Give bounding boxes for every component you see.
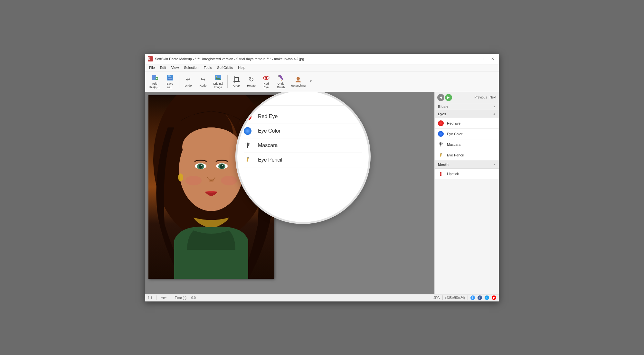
svg-marker-43 [246, 161, 247, 163]
sidebar-item-red-eye[interactable]: Red Eye [435, 118, 499, 129]
mouth-section-header[interactable]: Mouth ▲ [435, 161, 499, 169]
svg-point-18 [297, 77, 300, 80]
svg-rect-56 [440, 173, 441, 175]
svg-point-29 [222, 165, 223, 166]
statusbar-right: JPG (435x650x24) i f t ▶ [433, 295, 496, 300]
save-as-icon [166, 74, 174, 81]
eye-color-magnify-label: Eye Color [258, 128, 280, 134]
svg-rect-45 [440, 142, 441, 145]
main-window: S SoftSkin Photo Makeup - ****Unregister… [145, 54, 499, 302]
eye-pencil-magnify-label: Eye Pencil [258, 157, 282, 163]
svg-point-21 [182, 127, 240, 166]
file-format: JPG [433, 296, 440, 300]
red-eye-button[interactable]: RedEye [259, 72, 273, 91]
rotate-button[interactable]: ↻ Rotate [244, 74, 259, 89]
menu-selection[interactable]: Selection [181, 65, 201, 70]
magnify-collapse-icon: ▲ [355, 95, 358, 99]
magnify-item-red-eye[interactable]: Red Eye [244, 109, 362, 124]
menu-view[interactable]: View [169, 65, 182, 70]
mascara-magnify-label: Mascara [258, 143, 278, 148]
undo-brush-button[interactable]: UndoBrush [274, 72, 288, 91]
maximize-button[interactable]: □ [481, 55, 488, 62]
undo-button[interactable]: ↩ Undo [181, 74, 195, 89]
mascara-sidebar-icon [438, 142, 444, 147]
prev-button[interactable]: ◀ [437, 94, 444, 101]
sidebar-item-eye-color[interactable]: Eye Color [435, 129, 499, 139]
red-eye-icon [262, 74, 270, 81]
youtube-icon[interactable]: ▶ [492, 295, 496, 300]
magnify-close-button[interactable]: ✕ [343, 95, 349, 101]
svg-rect-1 [152, 75, 156, 79]
original-image-icon [214, 74, 222, 81]
info-icon[interactable]: i [470, 295, 475, 300]
eyes-collapse-icon: ▲ [493, 112, 496, 115]
svg-rect-60 [163, 297, 165, 299]
add-files-label: AddFile(s)... [149, 82, 160, 89]
add-files-icon [151, 74, 158, 81]
svg-point-27 [220, 164, 224, 169]
magnify-item-eye-pencil[interactable]: Eye Pencil [244, 153, 362, 167]
time-value: 0.0 [191, 296, 196, 300]
red-eye-magnify-label: Red Eye [258, 114, 278, 119]
window-title: SoftSkin Photo Makeup - ****Unregistered… [155, 57, 474, 61]
eye-color-magnify-icon [244, 127, 251, 135]
crop-icon [233, 76, 241, 83]
save-as-button[interactable]: Saveas... [163, 72, 177, 91]
retouching-button[interactable]: Retouching [289, 74, 308, 89]
svg-line-50 [442, 143, 442, 143]
zoom-level: 1:1 [148, 296, 152, 300]
status-sep-3 [442, 295, 443, 300]
sidebar-item-eye-pencil[interactable]: Eye Pencil [435, 150, 499, 161]
lipstick-sidebar-label: Lipstick [447, 172, 459, 176]
time-label: Time (s): [175, 296, 187, 300]
add-files-button[interactable]: AddFile(s)... [147, 72, 162, 91]
svg-rect-46 [440, 145, 441, 146]
sidebar-item-lipstick[interactable]: Lipstick [435, 169, 499, 179]
svg-rect-7 [170, 75, 171, 76]
sidebar: ◀ ▶ Previous Next Blush ▲ Eyes ▲ [434, 92, 499, 294]
menu-help[interactable]: Help [235, 65, 248, 70]
close-button[interactable]: ✕ [489, 55, 496, 62]
svg-rect-57 [440, 172, 441, 173]
menu-softorbits[interactable]: SoftOrbits [214, 65, 235, 70]
redo-button[interactable]: ↪ Redo [196, 74, 210, 89]
statusbar: 1:1 Time (s): 0.0 JPG (435x650x24) i f t… [145, 294, 499, 301]
status-sep-2 [171, 295, 171, 300]
prev-label: Previous [475, 96, 487, 99]
twitter-icon[interactable]: t [485, 295, 489, 300]
image-area: ✕ ▲ Eyes Red Eye Eye Color [145, 92, 434, 294]
magnify-content: Eyes Red Eye Eye Color [237, 92, 369, 222]
original-image-button[interactable]: OriginalImage [211, 72, 225, 91]
eyes-label: Eyes [438, 112, 446, 116]
eyes-section-header[interactable]: Eyes ▲ [435, 110, 499, 118]
facebook-icon[interactable]: f [478, 295, 482, 300]
mascara-sidebar-label: Mascara [447, 143, 460, 146]
menu-edit[interactable]: Edit [157, 65, 169, 70]
menu-file[interactable]: File [147, 65, 157, 70]
svg-rect-35 [247, 146, 248, 148]
mascara-magnify-icon [244, 142, 251, 149]
magnify-item-eye-color[interactable]: Eye Color [244, 124, 362, 138]
rotate-icon: ↻ [248, 76, 255, 83]
nav-arrows: ◀ ▶ [437, 94, 452, 101]
next-button[interactable]: ▶ [445, 94, 452, 101]
minimize-button[interactable]: ─ [474, 55, 481, 62]
toolbar-separator-1 [179, 75, 179, 88]
redo-label: Redo [200, 84, 207, 88]
retouching-label: Retouching [291, 84, 306, 88]
svg-point-32 [221, 176, 237, 185]
magnify-item-mascara[interactable]: Mascara [244, 138, 362, 153]
sidebar-item-mascara[interactable]: Mascara [435, 139, 499, 150]
menubar: File Edit View Selection Tools SoftOrbit… [145, 64, 499, 71]
svg-rect-34 [247, 143, 249, 146]
mouth-label: Mouth [438, 163, 449, 166]
blush-label: Blush [438, 105, 448, 108]
crop-button[interactable]: Crop [230, 74, 244, 89]
svg-rect-9 [168, 78, 172, 79]
undo-brush-icon [277, 74, 285, 81]
blush-section-header[interactable]: Blush ▲ [435, 103, 499, 110]
rotate-label: Rotate [247, 84, 256, 88]
undo-label: Undo [185, 84, 192, 88]
crop-label: Crop [233, 84, 240, 88]
menu-tools[interactable]: Tools [201, 65, 215, 70]
